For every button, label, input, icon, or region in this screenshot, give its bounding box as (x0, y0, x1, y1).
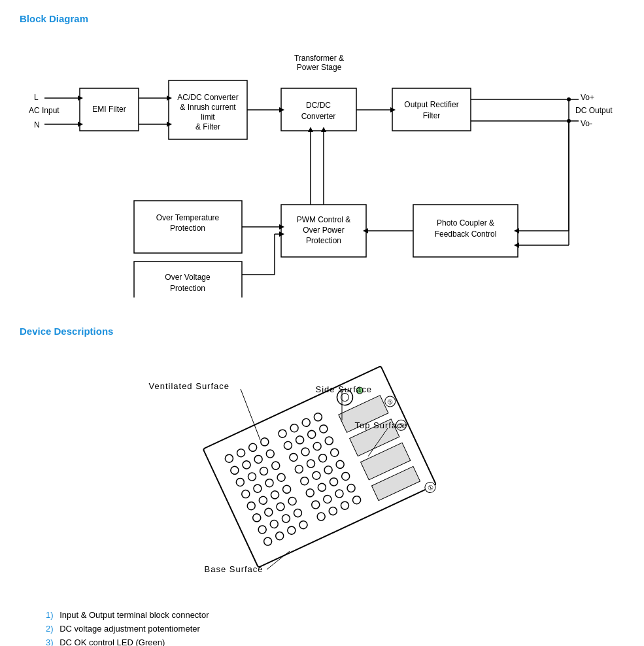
dcdc-label1: DC/DC (306, 101, 331, 110)
block-diagram-svg: Transformer & Power Stage L AC Input N E… (20, 36, 621, 298)
pwm-label3: Protection (306, 236, 341, 245)
acdc-label2: & Inrush current (180, 103, 236, 112)
list-item-2: 2) DC voltage adjustment potentiometer (46, 624, 624, 634)
ovp-label1: Over Voltage (165, 273, 211, 282)
dc-output-label: DC Output (575, 106, 613, 115)
photo-label2: Feedback Control (435, 230, 497, 239)
vop-label: Vo+ (581, 93, 594, 102)
list-item-3-text: DC OK control LED (Green) (59, 638, 165, 646)
list-item-3: 3) DC OK control LED (Green) (46, 638, 624, 646)
svg-rect-0 (203, 366, 435, 568)
acdc-label3: limit (201, 112, 215, 122)
otp-label1: Over Temperature (156, 213, 220, 222)
block-diagram-title: Block Diagram (20, 13, 624, 24)
list-item-2-num: 2) (46, 624, 54, 634)
list-item-1-num: 1) (46, 610, 54, 620)
list-item-1: 1) Input & Output terminal block connect… (46, 610, 624, 620)
photo-label1: Photo Coupler & (437, 218, 494, 228)
rectifier-box (392, 88, 471, 131)
dcdc-label2: Converter (301, 112, 336, 121)
rect-label2: Filter (423, 111, 441, 120)
l-label: L (34, 93, 39, 102)
acdc-label4: & Filter (195, 122, 220, 131)
device-section: Device Descriptions (20, 326, 624, 646)
device-image-container: ② ③ ① Ventilated Surface Side Surface To… (139, 348, 505, 597)
base-surface-label: Base Surface (205, 564, 263, 574)
device-list: 1) Input & Output terminal block connect… (20, 610, 624, 646)
ovp-label2: Protection (170, 284, 205, 293)
side-surface-label: Side Surface (316, 384, 372, 394)
list-item-1-text: Input & Output terminal block connector (59, 610, 209, 620)
rect-label1: Output Rectifier (404, 100, 458, 109)
otp-label2: Protection (170, 224, 205, 233)
ac-input-label: AC Input (29, 106, 59, 115)
pwm-label2: Over Power (303, 226, 344, 235)
acdc-label1: AC/DC Converter (177, 93, 238, 102)
pwm-label1: PWM Control & (297, 215, 351, 224)
list-item-3-num: 3) (46, 638, 54, 646)
ventilated-surface-label: Ventilated Surface (149, 381, 230, 391)
vom-label: Vo- (581, 119, 592, 128)
top-surface-label: Top Surface (355, 420, 407, 430)
transformer-label2: Power Stage (297, 63, 342, 72)
device-desc-title: Device Descriptions (20, 326, 624, 337)
device-body: ② ③ ① (203, 366, 438, 572)
block-diagram-section: Block Diagram Transformer & Power Stage … (20, 13, 624, 299)
list-item-2-text: DC voltage adjustment potentiometer (59, 624, 200, 634)
transformer-label: Transformer & (294, 54, 344, 63)
n-label: N (34, 120, 40, 129)
emi-label: EMI Filter (92, 105, 126, 114)
